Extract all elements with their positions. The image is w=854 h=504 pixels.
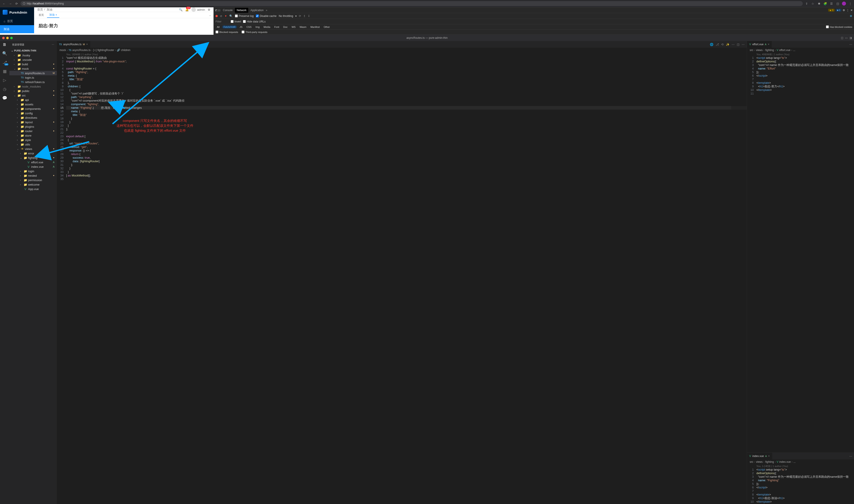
scm-icon[interactable]: ⎇14 bbox=[2, 60, 7, 65]
puzzle-icon[interactable]: 🧩 bbox=[823, 2, 827, 5]
breadcrumb-left[interactable]: mock› TSasyncRoutes.ts› [∘]fightingRoute… bbox=[57, 48, 747, 53]
throttle-chevron-icon[interactable]: ▾ bbox=[295, 15, 297, 18]
tree-item-.vscode[interactable]: ›📁.vscode bbox=[10, 57, 57, 62]
chip-other[interactable]: Other bbox=[322, 25, 331, 29]
editor-tab-asyncroutes[interactable]: TS asyncRoutes.ts M × bbox=[57, 41, 90, 48]
chip-font[interactable]: Font bbox=[273, 25, 281, 29]
close-window-icon[interactable] bbox=[2, 37, 5, 39]
tree-item-views[interactable]: ⌄👁views• bbox=[10, 147, 57, 151]
chip-fetch[interactable]: Fetch/XHR bbox=[222, 25, 237, 29]
throttle-select[interactable]: No throttling bbox=[279, 15, 293, 18]
close-icon[interactable]: × bbox=[768, 454, 770, 458]
user-menu[interactable]: admin bbox=[192, 7, 205, 12]
tree-item-asyncRoutes.ts[interactable]: TSasyncRoutes.tsM bbox=[10, 71, 57, 75]
third-party-checkbox[interactable]: Third-party requests bbox=[242, 31, 267, 33]
close-icon[interactable]: × bbox=[55, 13, 57, 17]
tree-item-api[interactable]: ›📁api bbox=[10, 97, 57, 102]
warnings-badge[interactable]: ▲ 1 bbox=[828, 9, 834, 12]
gear-icon[interactable]: ⚙ bbox=[208, 8, 210, 11]
tree-item-store[interactable]: ›📁store bbox=[10, 133, 57, 138]
nav-forward-icon[interactable]: → bbox=[8, 2, 13, 5]
chip-js[interactable]: JS bbox=[238, 25, 244, 29]
tab-console[interactable]: Console bbox=[221, 8, 234, 13]
tree-item-style[interactable]: ›📁style bbox=[10, 138, 57, 142]
tree-item-welcome[interactable]: ›📁welcome bbox=[10, 182, 57, 187]
tab-home[interactable]: 首页 bbox=[36, 13, 46, 18]
tree-item-refreshToken.ts[interactable]: TSrefreshToken.ts bbox=[10, 80, 57, 84]
reading-list-icon[interactable]: ☰ bbox=[830, 2, 834, 5]
breadcrumb-right-top[interactable]: src› views› fighting› Veffort.vue› ... bbox=[747, 48, 854, 53]
tab-fighting[interactable]: 加油× bbox=[47, 12, 59, 18]
effect-icon[interactable]: ✨ bbox=[726, 43, 729, 46]
code-editor-right-bottom[interactable]: 12345678910 You, 1小时前 | 1 author (You)<s… bbox=[747, 464, 854, 504]
more-icon[interactable]: ⋯ bbox=[742, 43, 745, 46]
nav-fighting[interactable]: 加油 bbox=[0, 25, 34, 33]
tree-item-directives[interactable]: ›📁directives bbox=[10, 115, 57, 120]
run-icon[interactable]: 🌐 bbox=[710, 43, 713, 46]
maximize-window-icon[interactable] bbox=[10, 37, 13, 39]
tree-item-utils[interactable]: ›📁utils bbox=[10, 142, 57, 147]
code-editor-right-top[interactable]: 1234567891011 You, 49秒钟前 | 1 author (You… bbox=[747, 53, 854, 452]
tree-item-login[interactable]: ›📁login bbox=[10, 169, 57, 173]
tree-item-mock[interactable]: ⌄📁mock• bbox=[10, 67, 57, 71]
app-logo[interactable]: PureAdmin bbox=[0, 7, 34, 17]
minimap[interactable] bbox=[731, 53, 747, 504]
blocked-cookies-checkbox[interactable]: Has blocked cookies bbox=[826, 25, 852, 28]
device-icon[interactable]: ⫿⫿ bbox=[218, 9, 220, 12]
bc-home[interactable]: 首页 bbox=[37, 7, 43, 12]
hide-data-checkbox[interactable]: Hide data URLs bbox=[243, 20, 266, 23]
chip-ws[interactable]: WS bbox=[290, 25, 297, 29]
invert-checkbox[interactable]: Invert bbox=[231, 20, 241, 23]
tree-item-node_modules[interactable]: ›📁node_modules bbox=[10, 84, 57, 89]
profile-avatar[interactable] bbox=[842, 2, 846, 5]
tree-item-public[interactable]: ›📁public• bbox=[10, 89, 57, 93]
preserve-log-checkbox[interactable]: Preserve log bbox=[235, 15, 254, 18]
more-icon[interactable]: ⋯ bbox=[52, 43, 54, 46]
tree-item-login.ts[interactable]: TSlogin.ts bbox=[10, 75, 57, 80]
close-icon[interactable]: ✕ bbox=[851, 9, 853, 12]
info-badge[interactable]: ■ 1 bbox=[836, 9, 841, 12]
refresh-icon[interactable]: ⋯ bbox=[732, 43, 734, 46]
tab-network[interactable]: Network bbox=[235, 8, 248, 13]
chip-css[interactable]: CSS bbox=[245, 25, 253, 29]
code-editor-left[interactable]: 1234567891011121314151617181920212223242… bbox=[57, 53, 747, 504]
search-icon[interactable]: 🔍 bbox=[179, 8, 182, 11]
blocked-requests-checkbox[interactable]: Blocked requests bbox=[215, 31, 238, 33]
url-bar[interactable]: ⓘ http://localhost:8848/#/anything bbox=[20, 1, 803, 6]
layout-icon[interactable]: ◨ bbox=[849, 36, 852, 39]
share-icon[interactable]: ⇧ bbox=[804, 2, 808, 5]
chip-all[interactable]: All bbox=[215, 25, 221, 29]
close-icon[interactable]: × bbox=[86, 43, 88, 46]
nav-reload-icon[interactable]: ⟳ bbox=[14, 2, 19, 5]
tree-item-effort.vue[interactable]: Veffort.vueA bbox=[10, 160, 57, 164]
tabs-dropdown-icon[interactable]: ⌄ bbox=[209, 13, 211, 17]
upload-icon[interactable]: ↥ bbox=[303, 15, 305, 18]
explorer-icon[interactable]: 🗎 bbox=[3, 42, 7, 47]
close-icon[interactable]: × bbox=[768, 43, 769, 46]
menu-icon[interactable]: ⋮ bbox=[848, 2, 852, 5]
more-tabs-icon[interactable]: » bbox=[266, 9, 267, 12]
tree-item-.husky[interactable]: ›📁.husky bbox=[10, 53, 57, 57]
menu-icon[interactable]: ⋮ bbox=[847, 9, 849, 12]
tree-item-index.vue[interactable]: Vindex.vueA bbox=[10, 164, 57, 169]
tree-item-nested[interactable]: ›📁nested• bbox=[10, 173, 57, 178]
tree-item-fighting[interactable]: ⌄📁fighting• bbox=[10, 156, 57, 160]
breadcrumb-right-bottom[interactable]: src› views› fighting› Vindex.vue› ... bbox=[747, 460, 854, 464]
nav-back-icon[interactable]: ← bbox=[2, 2, 6, 5]
tree-item-src[interactable]: ⌄📁src• bbox=[10, 93, 57, 97]
tree-item-plugins[interactable]: ›📁plugins bbox=[10, 124, 57, 129]
more-icon[interactable]: ⋯ bbox=[849, 43, 852, 46]
filter-input[interactable]: Filter bbox=[215, 20, 229, 23]
disable-cache-checkbox[interactable]: Disable cache bbox=[256, 15, 277, 18]
extensions-icon[interactable]: ▦ bbox=[3, 69, 7, 74]
tree-item-error[interactable]: ›📁error bbox=[10, 151, 57, 156]
tree-item-components[interactable]: ›📁components• bbox=[10, 107, 57, 111]
inspect-icon[interactable]: ◩ bbox=[215, 9, 217, 12]
nav-home[interactable]: ⌂ 首页 bbox=[0, 17, 34, 25]
layout-icon[interactable]: ▭ bbox=[845, 36, 848, 39]
search-icon[interactable]: 🔍 bbox=[229, 15, 233, 18]
timeline-icon[interactable]: ◷ bbox=[3, 87, 6, 92]
chip-media[interactable]: Media bbox=[262, 25, 272, 29]
clear-icon[interactable]: ⊘ bbox=[220, 15, 222, 18]
minimize-window-icon[interactable] bbox=[6, 37, 9, 39]
